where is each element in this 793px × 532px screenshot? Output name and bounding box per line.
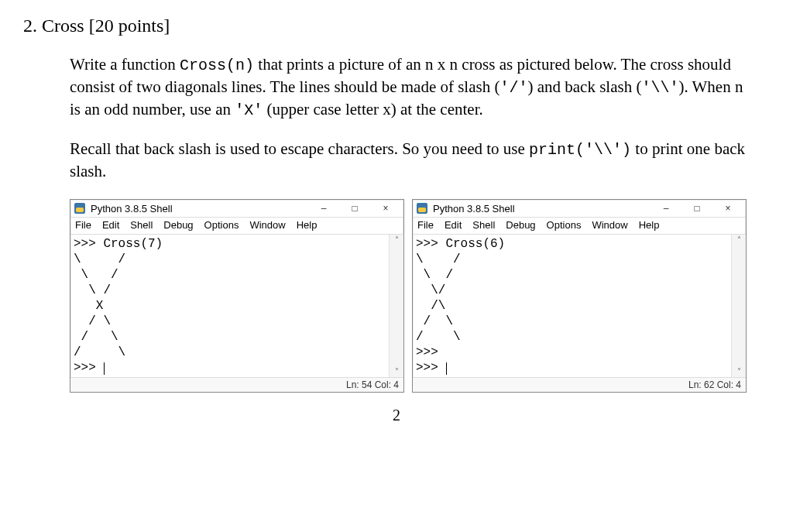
- code-x: 'X': [235, 101, 263, 119]
- text: Write a function: [70, 55, 180, 74]
- python-shell-right: Python 3.8.5 Shell – □ × File Edit Shell…: [412, 199, 747, 393]
- scroll-down-icon[interactable]: ˅: [737, 368, 741, 376]
- python-icon: [416, 202, 428, 215]
- menu-file[interactable]: File: [75, 219, 91, 231]
- menu-debug[interactable]: Debug: [163, 219, 193, 231]
- menu-bar: File Edit Shell Debug Options Window Hel…: [413, 218, 746, 235]
- text: Recall that back slash is used to escape…: [70, 139, 529, 158]
- svg-rect-3: [418, 208, 426, 212]
- shell-text: >>> Cross(6) \ / \ / \/ /\ / \ / \ >>> >…: [416, 237, 505, 375]
- menu-options[interactable]: Options: [547, 219, 582, 231]
- shell-row: Python 3.8.5 Shell – □ × File Edit Shell…: [70, 199, 747, 393]
- status-bar: Ln: 54 Col: 4: [70, 377, 403, 392]
- close-button[interactable]: ×: [715, 201, 741, 215]
- menu-edit[interactable]: Edit: [445, 219, 462, 231]
- scrollbar[interactable]: ˄ ˅: [731, 235, 746, 377]
- python-icon: [74, 202, 86, 215]
- problem-header: 2. Cross [20 points]: [23, 15, 770, 36]
- paragraph-2: Recall that back slash is used to escape…: [70, 138, 747, 182]
- scroll-up-icon[interactable]: ˄: [395, 236, 399, 244]
- menu-shell[interactable]: Shell: [472, 219, 495, 231]
- minimize-button[interactable]: –: [653, 201, 679, 215]
- scroll-up-icon[interactable]: ˄: [737, 236, 741, 244]
- menu-help[interactable]: Help: [639, 219, 660, 231]
- problem-body: Write a function Cross(n) that prints a …: [70, 53, 747, 182]
- problem-number: 2.: [23, 15, 37, 36]
- menu-options[interactable]: Options: [204, 219, 239, 231]
- menu-bar: File Edit Shell Debug Options Window Hel…: [70, 218, 403, 235]
- shell-body: >>> Cross(6) \ / \ / \/ /\ / \ / \ >>> >…: [413, 235, 746, 377]
- code-slash: '/': [499, 79, 527, 97]
- text: (upper case letter x) at the center.: [263, 100, 483, 118]
- window-title: Python 3.8.5 Shell: [433, 203, 648, 215]
- status-bar: Ln: 62 Col: 4: [413, 377, 746, 392]
- menu-debug[interactable]: Debug: [506, 219, 535, 231]
- python-shell-left: Python 3.8.5 Shell – □ × File Edit Shell…: [70, 199, 404, 393]
- minimize-button[interactable]: –: [311, 201, 337, 215]
- paragraph-1: Write a function Cross(n) that prints a …: [70, 53, 747, 121]
- svg-rect-1: [76, 208, 84, 212]
- text: ) and back slash (: [527, 77, 641, 96]
- scrollbar[interactable]: ˄ ˅: [389, 235, 403, 377]
- window-title: Python 3.8.5 Shell: [91, 203, 306, 215]
- menu-window[interactable]: Window: [592, 219, 627, 231]
- maximize-button[interactable]: □: [342, 201, 368, 215]
- menu-window[interactable]: Window: [249, 219, 285, 231]
- menu-shell[interactable]: Shell: [130, 219, 153, 231]
- shell-output[interactable]: >>> Cross(6) \ / \ / \/ /\ / \ / \ >>> >…: [413, 235, 731, 377]
- shell-body: >>> Cross(7) \ / \ / \ / X / \ / \ / \ >…: [70, 235, 403, 377]
- maximize-button[interactable]: □: [684, 201, 710, 215]
- code-cross-n: Cross(n): [180, 57, 254, 74]
- title-bar: Python 3.8.5 Shell – □ ×: [70, 200, 403, 218]
- text-cursor: [104, 362, 105, 375]
- close-button[interactable]: ×: [372, 201, 399, 215]
- page-number: 2: [23, 407, 770, 424]
- title-bar: Python 3.8.5 Shell – □ ×: [413, 200, 746, 218]
- shell-output[interactable]: >>> Cross(7) \ / \ / \ / X / \ / \ / \ >…: [70, 235, 389, 377]
- problem-title: Cross [20 points]: [42, 15, 170, 36]
- menu-help[interactable]: Help: [297, 219, 318, 231]
- scroll-down-icon[interactable]: ˅: [395, 368, 399, 376]
- code-backslash: '\\': [641, 79, 678, 97]
- menu-file[interactable]: File: [417, 219, 434, 231]
- menu-edit[interactable]: Edit: [102, 219, 119, 231]
- text-cursor: [446, 362, 447, 375]
- code-print-backslash: print('\\'): [529, 141, 631, 159]
- shell-text: >>> Cross(7) \ / \ / \ / X / \ / \ / \ >…: [74, 237, 163, 375]
